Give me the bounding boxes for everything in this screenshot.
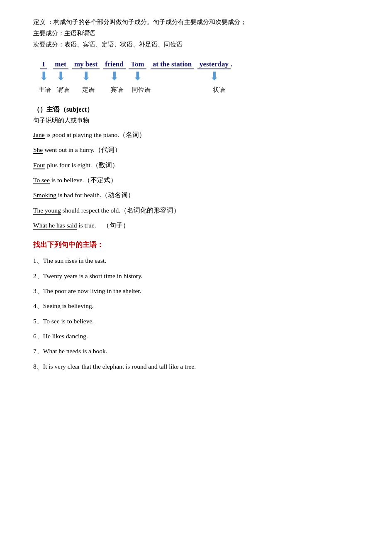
example-what-he-said-rest: is true.	[77, 222, 96, 229]
word-met: met	[53, 60, 68, 69]
example-what-he-said-note: （句子）	[96, 222, 129, 229]
exercise-item-7: 7、What he needs is a book.	[33, 346, 359, 357]
example-to-see-rest: is to believe.	[50, 176, 84, 183]
example-jane: Jane is good at playing the piano.（名词）	[33, 130, 359, 140]
example-four-note: （数词）	[92, 161, 119, 169]
subject-to-see: To see	[33, 176, 50, 184]
subject-section-subtitle: 句子说明的人或事物	[33, 117, 359, 125]
subject-smoking: Smoking	[33, 191, 56, 199]
arrow-I: ⬇	[39, 70, 49, 83]
example-four: Four plus four is eight.（数词）	[33, 160, 359, 171]
example-she: She went out in a hurry.（代词）	[33, 144, 359, 155]
example-smoking-rest: is bad for health.	[56, 191, 101, 198]
example-the-young-rest: should respect the old.	[61, 207, 120, 214]
label-I: 主语	[37, 86, 52, 94]
example-four-rest: plus four is eight.	[45, 161, 92, 169]
example-jane-rest: is good at playing the piano.	[45, 131, 119, 138]
exercise-item-3: 3、The poor are now living in the shelter…	[33, 286, 359, 296]
subject-what-he-said: What he has said	[33, 222, 77, 230]
definition-line2: 主要成分：主语和谓语	[33, 28, 359, 39]
arrow-yesterday: ⬇	[209, 70, 219, 83]
exercise-item-8: 8、It is very clear that the elephant is …	[33, 361, 359, 372]
definition-line1: 定义 ：构成句子的各个部分叫做句子成分。句子成分有主要成分和次要成分；	[33, 17, 359, 28]
subject-the-young: The young	[33, 207, 61, 215]
label-my-best: 定语	[81, 86, 96, 94]
exercise-item-1: 1、The sun rises in the east.	[33, 255, 359, 266]
word-I: I	[40, 60, 47, 69]
definition-block: 定义 ：构成句子的各个部分叫做句子成分。句子成分有主要成分和次要成分； 主要成分…	[33, 17, 359, 50]
word-yesterday: yesterday	[197, 60, 231, 69]
label-friend: 宾语	[110, 86, 124, 94]
label-yesterday: 状语	[212, 86, 226, 94]
arrow-met: ⬇	[56, 70, 66, 83]
label-tom: 同位语	[131, 86, 152, 94]
example-to-see: To see is to believe.（不定式）	[33, 175, 359, 186]
sentence-diagram: I met my best friend Tom at the station …	[33, 60, 359, 94]
word-at-the-station: at the station	[151, 60, 194, 69]
exercise-item-6: 6、He likes dancing.	[33, 331, 359, 342]
subject-jane: Jane	[33, 131, 45, 139]
exercise-item-5: 5、To see is to believe.	[33, 316, 359, 327]
arrow-friend: ⬇	[110, 70, 119, 83]
subject-she: She	[33, 146, 43, 154]
sentence-period: .	[231, 60, 232, 69]
example-she-note: （代词）	[95, 146, 121, 153]
example-to-see-note: （不定式）	[84, 176, 117, 183]
example-she-rest: went out in a hurry.	[43, 146, 95, 153]
arrow-tom: ⬇	[133, 70, 142, 83]
definition-line3: 次要成分：表语、宾语、定语、状语、补足语、同位语	[33, 39, 359, 50]
label-met: 谓语	[56, 86, 71, 94]
exercise-item-4: 4、Seeing is believing.	[33, 301, 359, 311]
word-friend: friend	[103, 60, 125, 69]
example-what-he-said: What he has said is true. （句子）	[33, 220, 359, 231]
example-the-young-note: （名词化的形容词）	[120, 207, 180, 214]
example-jane-note: （名词）	[119, 131, 146, 138]
subject-section-title: （）主语（subject）	[33, 105, 359, 114]
example-smoking-note: （动名词）	[101, 191, 134, 198]
example-the-young: The young should respect the old.（名词化的形容…	[33, 205, 359, 216]
word-my-best: my best	[72, 60, 100, 69]
word-tom: Tom	[129, 60, 146, 69]
exercise-title: 找出下列句中的主语：	[33, 240, 359, 249]
arrow-my-best: ⬇	[81, 70, 91, 83]
subject-four: Four	[33, 161, 45, 169]
example-smoking: Smoking is bad for health.（动名词）	[33, 190, 359, 200]
exercise-item-2: 2、Twenty years is a short time in histor…	[33, 271, 359, 281]
